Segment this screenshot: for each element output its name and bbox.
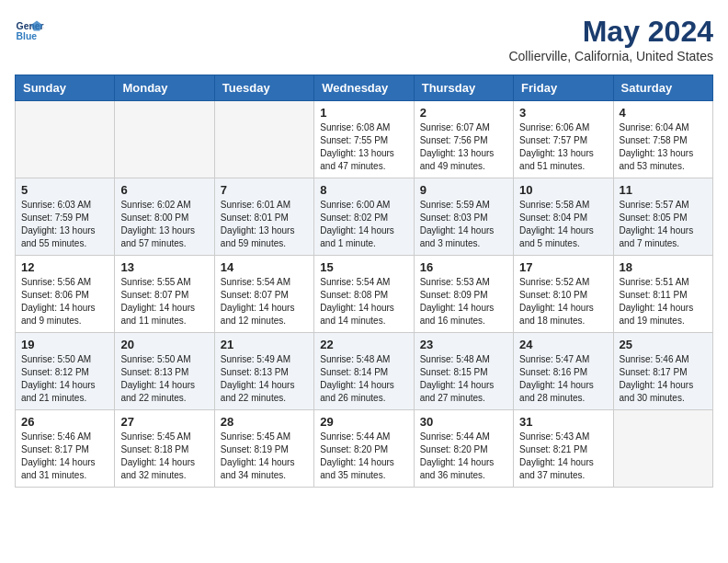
calendar-day-cell [613, 410, 712, 488]
calendar-day-cell: 12Sunrise: 5:56 AMSunset: 8:06 PMDayligh… [16, 256, 115, 333]
calendar-day-cell: 30Sunrise: 5:44 AMSunset: 8:20 PMDayligh… [414, 410, 513, 488]
weekday-header-sunday: Sunday [16, 75, 115, 101]
weekday-header-wednesday: Wednesday [314, 75, 414, 101]
calendar-day-cell: 9Sunrise: 5:59 AMSunset: 8:03 PMDaylight… [414, 178, 513, 256]
day-info: Sunrise: 5:58 AMSunset: 8:04 PMDaylight:… [519, 199, 607, 250]
day-number: 15 [320, 260, 407, 274]
calendar-day-cell: 16Sunrise: 5:53 AMSunset: 8:09 PMDayligh… [414, 256, 513, 333]
day-number: 12 [21, 260, 108, 274]
calendar-day-cell: 14Sunrise: 5:54 AMSunset: 8:07 PMDayligh… [214, 256, 313, 333]
calendar-week-3: 12Sunrise: 5:56 AMSunset: 8:06 PMDayligh… [16, 256, 713, 333]
day-info: Sunrise: 6:01 AMSunset: 8:01 PMDaylight:… [221, 199, 308, 250]
day-info: Sunrise: 5:45 AMSunset: 8:18 PMDaylight:… [120, 431, 208, 482]
day-info: Sunrise: 6:06 AMSunset: 7:57 PMDaylight:… [519, 121, 607, 173]
day-number: 29 [320, 415, 407, 429]
day-info: Sunrise: 5:53 AMSunset: 8:09 PMDaylight:… [420, 276, 507, 327]
day-info: Sunrise: 5:46 AMSunset: 8:17 PMDaylight:… [620, 353, 707, 405]
day-number: 9 [420, 183, 507, 197]
day-info: Sunrise: 5:54 AMSunset: 8:07 PMDaylight:… [221, 276, 308, 327]
calendar-day-cell: 28Sunrise: 5:45 AMSunset: 8:19 PMDayligh… [214, 410, 313, 488]
calendar-day-cell [115, 101, 214, 178]
day-info: Sunrise: 5:54 AMSunset: 8:08 PMDaylight:… [320, 276, 407, 327]
day-info: Sunrise: 5:48 AMSunset: 8:15 PMDaylight:… [420, 353, 507, 405]
title-block: May 2024 Collierville, California, Unite… [508, 15, 713, 63]
day-number: 26 [21, 415, 108, 429]
day-number: 4 [620, 106, 707, 120]
calendar-day-cell: 29Sunrise: 5:44 AMSunset: 8:20 PMDayligh… [314, 410, 414, 488]
weekday-header-saturday: Saturday [613, 75, 712, 101]
day-number: 13 [120, 260, 208, 274]
day-info: Sunrise: 5:44 AMSunset: 8:20 PMDaylight:… [420, 431, 507, 482]
day-number: 30 [420, 415, 507, 429]
day-info: Sunrise: 6:03 AMSunset: 7:59 PMDaylight:… [21, 199, 108, 250]
day-info: Sunrise: 5:45 AMSunset: 8:19 PMDaylight:… [221, 431, 308, 482]
calendar-day-cell: 3Sunrise: 6:06 AMSunset: 7:57 PMDaylight… [514, 101, 613, 178]
day-number: 7 [221, 183, 308, 197]
day-info: Sunrise: 6:04 AMSunset: 7:58 PMDaylight:… [620, 121, 707, 173]
day-info: Sunrise: 5:51 AMSunset: 8:11 PMDaylight:… [620, 276, 707, 327]
day-number: 3 [519, 106, 607, 120]
day-info: Sunrise: 5:59 AMSunset: 8:03 PMDaylight:… [420, 199, 507, 250]
day-number: 5 [21, 183, 108, 197]
calendar-day-cell [214, 101, 313, 178]
day-info: Sunrise: 6:08 AMSunset: 7:55 PMDaylight:… [320, 121, 407, 173]
day-info: Sunrise: 5:48 AMSunset: 8:14 PMDaylight:… [320, 353, 407, 405]
calendar-day-cell: 13Sunrise: 5:55 AMSunset: 8:07 PMDayligh… [115, 256, 214, 333]
day-number: 6 [120, 183, 208, 197]
day-number: 25 [620, 338, 707, 351]
page-header: General Blue May 2024 Collierville, Cali… [15, 15, 713, 63]
day-number: 31 [519, 415, 607, 429]
day-info: Sunrise: 6:02 AMSunset: 8:00 PMDaylight:… [120, 199, 208, 250]
calendar-day-cell: 22Sunrise: 5:48 AMSunset: 8:14 PMDayligh… [314, 333, 414, 410]
calendar-day-cell: 10Sunrise: 5:58 AMSunset: 8:04 PMDayligh… [514, 178, 613, 256]
calendar-day-cell: 8Sunrise: 6:00 AMSunset: 8:02 PMDaylight… [314, 178, 414, 256]
day-number: 20 [120, 338, 208, 351]
calendar-day-cell: 6Sunrise: 6:02 AMSunset: 8:00 PMDaylight… [115, 178, 214, 256]
day-number: 17 [519, 260, 607, 274]
calendar-title: May 2024 [508, 15, 713, 49]
day-number: 19 [21, 338, 108, 351]
calendar-day-cell: 19Sunrise: 5:50 AMSunset: 8:12 PMDayligh… [16, 333, 115, 410]
calendar-day-cell: 1Sunrise: 6:08 AMSunset: 7:55 PMDaylight… [314, 101, 414, 178]
calendar-week-5: 26Sunrise: 5:46 AMSunset: 8:17 PMDayligh… [16, 410, 713, 488]
day-number: 24 [519, 338, 607, 351]
day-info: Sunrise: 5:55 AMSunset: 8:07 PMDaylight:… [120, 276, 208, 327]
day-info: Sunrise: 5:47 AMSunset: 8:16 PMDaylight:… [519, 353, 607, 405]
calendar-day-cell: 27Sunrise: 5:45 AMSunset: 8:18 PMDayligh… [115, 410, 214, 488]
day-info: Sunrise: 5:57 AMSunset: 8:05 PMDaylight:… [620, 199, 707, 250]
calendar-table: SundayMondayTuesdayWednesdayThursdayFrid… [15, 75, 713, 488]
day-number: 11 [620, 183, 707, 197]
calendar-week-1: 1Sunrise: 6:08 AMSunset: 7:55 PMDaylight… [16, 101, 713, 178]
day-number: 18 [620, 260, 707, 274]
calendar-day-cell: 5Sunrise: 6:03 AMSunset: 7:59 PMDaylight… [16, 178, 115, 256]
day-number: 2 [420, 106, 507, 120]
day-number: 27 [120, 415, 208, 429]
calendar-day-cell [16, 101, 115, 178]
day-info: Sunrise: 5:49 AMSunset: 8:13 PMDaylight:… [221, 353, 308, 405]
day-number: 1 [320, 106, 407, 120]
day-info: Sunrise: 6:07 AMSunset: 7:56 PMDaylight:… [420, 121, 507, 173]
day-info: Sunrise: 5:52 AMSunset: 8:10 PMDaylight:… [519, 276, 607, 327]
calendar-day-cell: 23Sunrise: 5:48 AMSunset: 8:15 PMDayligh… [414, 333, 513, 410]
calendar-day-cell: 25Sunrise: 5:46 AMSunset: 8:17 PMDayligh… [613, 333, 712, 410]
day-number: 22 [320, 338, 407, 351]
day-number: 8 [320, 183, 407, 197]
calendar-day-cell: 26Sunrise: 5:46 AMSunset: 8:17 PMDayligh… [16, 410, 115, 488]
svg-text:Blue: Blue [17, 31, 38, 41]
day-info: Sunrise: 5:56 AMSunset: 8:06 PMDaylight:… [21, 276, 108, 327]
calendar-subtitle: Collierville, California, United States [508, 49, 713, 63]
day-number: 16 [420, 260, 507, 274]
weekday-header-tuesday: Tuesday [214, 75, 313, 101]
logo: General Blue [15, 15, 44, 44]
day-number: 21 [221, 338, 308, 351]
day-number: 10 [519, 183, 607, 197]
calendar-week-4: 19Sunrise: 5:50 AMSunset: 8:12 PMDayligh… [16, 333, 713, 410]
calendar-day-cell: 7Sunrise: 6:01 AMSunset: 8:01 PMDaylight… [214, 178, 313, 256]
calendar-day-cell: 24Sunrise: 5:47 AMSunset: 8:16 PMDayligh… [514, 333, 613, 410]
calendar-day-cell: 18Sunrise: 5:51 AMSunset: 8:11 PMDayligh… [613, 256, 712, 333]
calendar-day-cell: 21Sunrise: 5:49 AMSunset: 8:13 PMDayligh… [214, 333, 313, 410]
calendar-day-cell: 4Sunrise: 6:04 AMSunset: 7:58 PMDaylight… [613, 101, 712, 178]
day-number: 14 [221, 260, 308, 274]
day-info: Sunrise: 5:50 AMSunset: 8:13 PMDaylight:… [120, 353, 208, 405]
day-info: Sunrise: 5:46 AMSunset: 8:17 PMDaylight:… [21, 431, 108, 482]
